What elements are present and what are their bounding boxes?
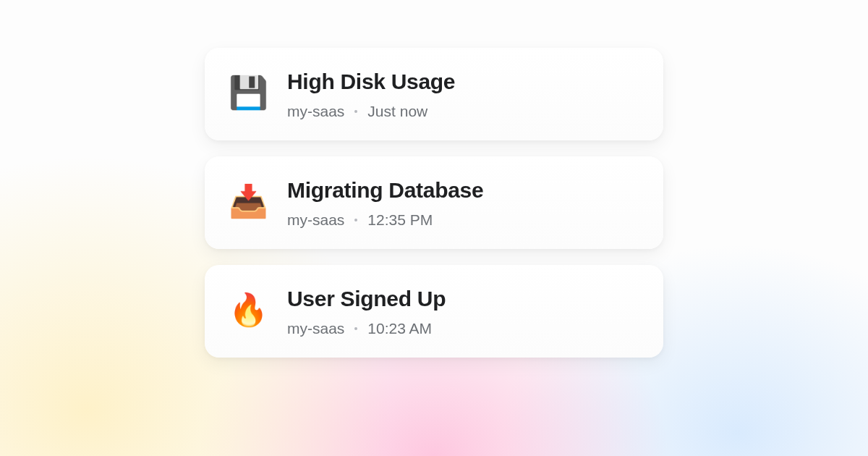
notification-content: Migrating Database my-saas 12:35 PM <box>287 178 639 229</box>
fire-icon: 🔥 <box>229 291 267 329</box>
separator-dot <box>354 327 357 330</box>
inbox-download-icon: 📥 <box>229 182 267 220</box>
notification-title: High Disk Usage <box>287 69 639 94</box>
notification-project: my-saas <box>287 211 344 229</box>
notification-meta: my-saas 12:35 PM <box>287 211 639 229</box>
notification-card[interactable]: 🔥 User Signed Up my-saas 10:23 AM <box>205 265 663 358</box>
notification-title: Migrating Database <box>287 178 639 203</box>
notification-title: User Signed Up <box>287 287 639 311</box>
separator-dot <box>354 110 357 113</box>
notification-card[interactable]: 📥 Migrating Database my-saas 12:35 PM <box>205 156 663 249</box>
notification-time: 10:23 AM <box>367 320 432 337</box>
notification-content: High Disk Usage my-saas Just now <box>287 69 639 120</box>
notification-time: Just now <box>367 103 427 120</box>
notification-list: 💾 High Disk Usage my-saas Just now 📥 Mig… <box>205 48 663 358</box>
separator-dot <box>354 219 357 221</box>
notification-meta: my-saas 10:23 AM <box>287 320 639 337</box>
floppy-disk-icon: 💾 <box>229 74 267 111</box>
notification-card[interactable]: 💾 High Disk Usage my-saas Just now <box>205 48 663 140</box>
notification-time: 12:35 PM <box>367 211 433 229</box>
notification-meta: my-saas Just now <box>287 103 639 120</box>
notification-content: User Signed Up my-saas 10:23 AM <box>287 287 639 337</box>
notification-project: my-saas <box>287 320 344 337</box>
notification-project: my-saas <box>287 103 344 120</box>
